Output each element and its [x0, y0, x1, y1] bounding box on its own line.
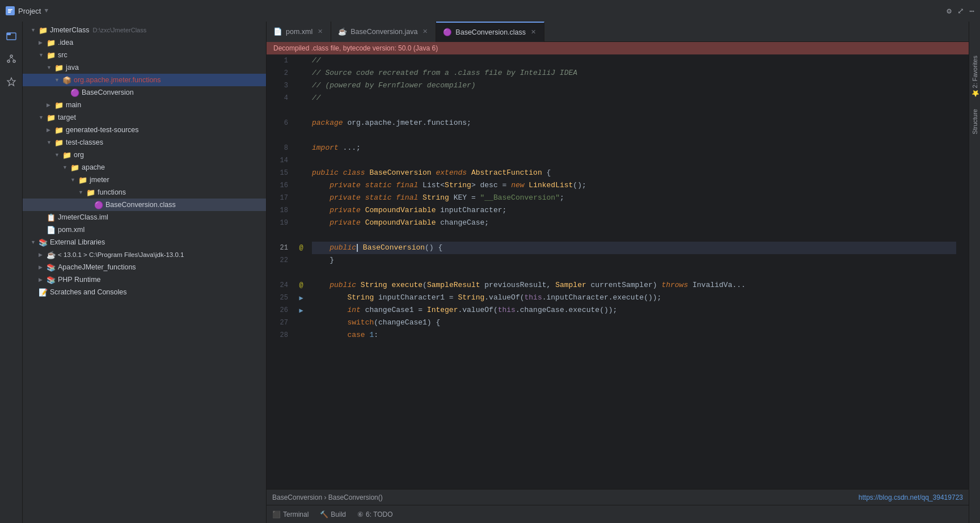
tab-pom-close[interactable]: ✕	[316, 28, 324, 36]
g15	[295, 167, 307, 179]
breadcrumb: BaseConversion › BaseConversion()	[272, 494, 383, 501]
lib2-icon: 📚	[47, 263, 56, 272]
project-chevron[interactable]: ▼	[44, 7, 48, 14]
tree-item-jmeterclass[interactable]: 📁 JmeterClass D:\zxc\JmeterClass	[23, 24, 266, 36]
g17	[295, 192, 307, 204]
tree-item-baseconversion-class[interactable]: 🟣 BaseConversion	[23, 86, 266, 99]
tree-item-java[interactable]: 📁 java	[23, 61, 266, 74]
tab-class-close[interactable]: ✕	[529, 28, 537, 36]
tree-item-php-runtime[interactable]: 📚 PHP Runtime	[23, 273, 266, 286]
tree-arrow	[47, 65, 53, 70]
tree-arrow	[62, 165, 69, 170]
code-line-28: case 1 :	[312, 329, 956, 341]
g16	[295, 179, 307, 192]
folder-icon: 📁	[39, 26, 48, 35]
folder-src-icon: 📁	[47, 51, 56, 60]
g1	[295, 54, 307, 67]
code-content[interactable]: // // Source code recreated from a .clas…	[307, 54, 961, 489]
tree-item-generated[interactable]: 📁 generated-test-sources	[23, 124, 266, 136]
tree-item-jdk[interactable]: ☕ < 13.0.1 > C:\Program Files\Java\jdk-1…	[23, 248, 266, 261]
tree-item-iml[interactable]: 📋 JmeterClass.iml	[23, 211, 266, 223]
build-icon: 🔨	[320, 511, 328, 518]
tree-arrow	[39, 115, 45, 120]
tab-java-label: BaseConversion.java	[350, 28, 417, 36]
tree-label: pom.xml	[58, 226, 85, 234]
tree-label: External Libraries	[50, 238, 105, 246]
tree-item-apache-jmeter-lib[interactable]: 📚 ApacheJMeter_functions	[23, 261, 266, 273]
ln-19: 19	[267, 217, 295, 229]
status-link[interactable]: https://blog.csdn.net/qq_39419723	[859, 494, 963, 501]
tree-item-pom[interactable]: 📄 pom.xml	[23, 223, 266, 236]
folder-main-icon: 📁	[54, 101, 64, 109]
sidebar-favorites[interactable]: ⭐ 2: Favorites	[971, 56, 978, 98]
g21[interactable]: @	[295, 242, 307, 254]
tree-label: BaseConversion.class	[105, 201, 176, 209]
status-bar: BaseConversion › BaseConversion() https:…	[267, 489, 969, 505]
ln-1: 1	[267, 54, 295, 67]
sidebar-favorites-icon[interactable]	[1, 71, 22, 92]
tree-item-scratches[interactable]: 📝 Scratches and Consoles	[23, 286, 266, 298]
title-bar: Project ▼ ⚙ ⤢ ⋯	[0, 0, 980, 22]
tree-label: functions	[98, 188, 126, 196]
tree-label: apache	[82, 163, 105, 171]
ln-8: 8	[267, 142, 295, 154]
sidebar-structure[interactable]: Structure	[971, 109, 978, 134]
ln-17: 17	[267, 192, 295, 204]
tab-pom[interactable]: 📄 pom.xml ✕	[267, 22, 331, 42]
tree-item-org[interactable]: 📁 org	[23, 149, 266, 161]
g25[interactable]: ▶	[295, 292, 307, 304]
ln-24: 24	[267, 279, 295, 292]
terminal-tool[interactable]: ⬛ Terminal	[272, 511, 309, 518]
settings-icon[interactable]: ⚙	[947, 6, 951, 16]
tree-label: PHP Runtime	[58, 276, 101, 284]
tree-item-target[interactable]: 📁 target	[23, 111, 266, 124]
ln-18: 18	[267, 204, 295, 217]
ln-26: 26	[267, 304, 295, 317]
code-line-14	[312, 154, 956, 167]
code-line-15: public class BaseConversion extends Abst…	[312, 167, 956, 179]
tree-arrow	[39, 277, 45, 282]
g28	[295, 329, 307, 341]
ln-16: 16	[267, 179, 295, 192]
todo-tool[interactable]: ⑥ 6: TODO	[357, 511, 393, 518]
g26[interactable]: ▶	[295, 304, 307, 317]
g8	[295, 142, 307, 154]
code-line-7	[312, 129, 956, 142]
tree-item-jmeter[interactable]: 📁 jmeter	[23, 174, 266, 186]
code-line-23	[312, 267, 956, 279]
bottom-tools: ⬛ Terminal 🔨 Build ⑥ 6: TODO	[267, 505, 969, 523]
code-line-19: private CompoundVariable changeCase;	[312, 217, 956, 229]
tree-item-apache[interactable]: 📁 apache	[23, 161, 266, 174]
project-label[interactable]: Project	[18, 7, 41, 15]
tree-label: BaseConversion	[82, 88, 134, 96]
tree-item-idea[interactable]: 📁 .idea	[23, 36, 266, 49]
tree-item-external-libs[interactable]: 📚 External Libraries	[23, 236, 266, 248]
tab-baseclass[interactable]: 🟣 BaseConversion.class ✕	[436, 22, 544, 42]
tree-item-src[interactable]: 📁 src	[23, 49, 266, 61]
expand-icon[interactable]: ⤢	[957, 6, 964, 16]
tree-item-baseconversion-class2[interactable]: 🟣 BaseConversion.class	[23, 199, 266, 211]
tree-item-main[interactable]: 📁 main	[23, 99, 266, 111]
ln-15: 15	[267, 167, 295, 179]
scratch-icon: 📝	[39, 288, 48, 297]
sidebar-structure-icon[interactable]	[1, 49, 22, 69]
tree-arrow	[39, 264, 45, 270]
tree-arrow	[54, 77, 61, 83]
build-tool[interactable]: 🔨 Build	[320, 511, 346, 518]
folder-java-icon: 📁	[54, 64, 64, 72]
g27	[295, 317, 307, 329]
ln-21: 21	[267, 242, 295, 254]
more-icon[interactable]: ⋯	[970, 6, 974, 16]
tree-label: < 13.0.1 > C:\Program Files\Java\jdk-13.…	[58, 251, 184, 258]
tree-item-functions[interactable]: 📁 functions	[23, 186, 266, 199]
tree-item-package[interactable]: 📦 org.apache.jmeter.functions	[23, 74, 266, 86]
tree-item-test-classes[interactable]: 📁 test-classes	[23, 136, 266, 149]
code-editor[interactable]: 1 2 3 4 6 8 14 15 16 17 18 19 21 22 24 2	[267, 54, 969, 489]
tab-java-close[interactable]: ✕	[421, 28, 429, 36]
ln-7	[267, 129, 295, 142]
g24[interactable]: @	[295, 279, 307, 292]
tab-basejava[interactable]: ☕ BaseConversion.java ✕	[331, 22, 436, 42]
folder-idea-icon: 📁	[47, 39, 56, 47]
sidebar-project-icon[interactable]	[1, 26, 22, 47]
gutter: @ @ ▶ ▶	[295, 54, 307, 489]
